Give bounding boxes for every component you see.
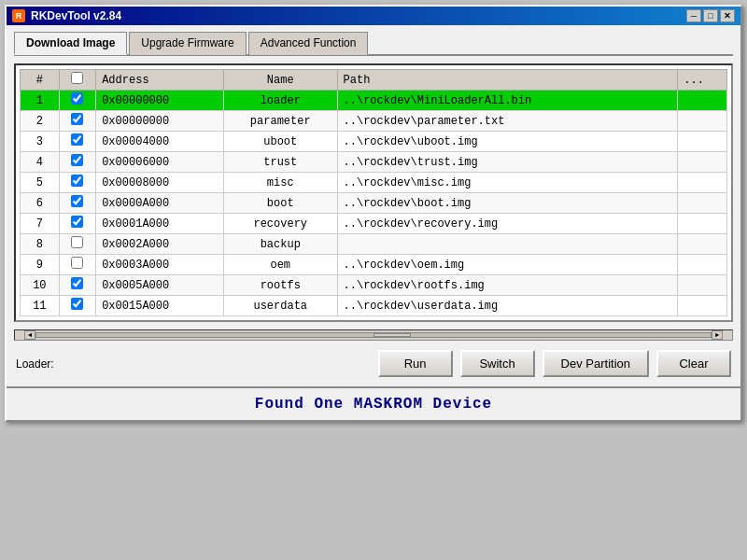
row-browse-button[interactable] [678,255,727,275]
minimize-button[interactable]: ─ [686,9,701,22]
col-header-num: # [21,70,60,91]
tab-download-image[interactable]: Download Image [14,32,127,55]
row-browse-button[interactable] [678,296,727,316]
row-name: boot [223,193,337,214]
row-browse-button[interactable] [678,132,727,152]
scrollbar-thumb[interactable] [374,333,411,337]
row-browse-button[interactable] [678,275,727,296]
window-controls: ─ □ ✕ [686,9,735,22]
row-path: ..\rockdev\trust.img [337,152,678,173]
row-browse-button[interactable] [678,234,727,255]
scroll-left-button[interactable]: ◄ [24,330,35,340]
row-browse-button[interactable] [678,91,727,111]
row-path: ..\rockdev\recovery.img [337,214,678,234]
run-button[interactable]: Run [378,350,453,377]
row-checkbox-cell [59,91,96,111]
row-checkbox[interactable] [71,257,83,269]
row-checkbox[interactable] [71,277,83,289]
table-row: 30x00004000uboot..\rockdev\uboot.img [21,132,727,152]
row-name: misc [223,173,337,193]
window-body: Download Image Upgrade Firmware Advanced… [7,25,740,386]
row-num: 8 [21,234,60,255]
app-icon: R [12,9,25,22]
row-checkbox[interactable] [71,133,83,146]
row-name: userdata [223,296,337,316]
row-num: 6 [21,193,60,214]
row-checkbox[interactable] [71,216,83,228]
row-num: 1 [21,91,60,111]
col-header-check [59,70,96,91]
table-row: 100x0005A000rootfs..\rockdev\rootfs.img [21,275,727,296]
row-address: 0x00000000 [96,91,224,111]
row-address: 0x0002A000 [96,234,224,255]
table-header-row: # Address Name Path ... [21,70,727,91]
row-checkbox-cell [59,132,96,152]
clear-button[interactable]: Clear [656,350,731,377]
row-num: 10 [21,275,60,296]
row-checkbox-cell [59,275,96,296]
row-path: ..\rockdev\parameter.txt [337,111,678,132]
row-checkbox[interactable] [71,175,83,187]
row-name: backup [223,234,337,255]
row-checkbox[interactable] [71,154,83,166]
table-row: 80x0002A000backup [21,234,727,255]
window-title: RKDevTool v2.84 [31,9,121,22]
row-browse-button[interactable] [678,214,727,234]
row-path: ..\rockdev\boot.img [337,193,678,214]
title-bar: R RKDevTool v2.84 ─ □ ✕ [7,7,740,25]
row-name: uboot [223,132,337,152]
table-container: # Address Name Path ... 10x00000000loade… [14,63,733,322]
row-num: 11 [21,296,60,316]
row-path: ..\rockdev\oem.img [337,255,678,275]
select-all-checkbox[interactable] [71,72,83,84]
row-checkbox[interactable] [71,92,83,105]
status-text: Found One MASKROM Device [255,396,492,413]
row-name: loader [223,91,337,111]
row-name: oem [223,255,337,275]
row-address: 0x0005A000 [96,275,224,296]
dev-partition-button[interactable]: Dev Partition [543,350,649,377]
tab-upgrade-firmware[interactable]: Upgrade Firmware [129,32,246,55]
row-num: 4 [21,152,60,173]
row-browse-button[interactable] [678,193,727,214]
row-checkbox-cell [59,193,96,214]
firmware-table: # Address Name Path ... 10x00000000loade… [20,69,727,316]
row-checkbox-cell [59,296,96,316]
table-row: 60x0000A000boot..\rockdev\boot.img [21,193,727,214]
col-header-path: Path [337,70,678,91]
row-address: 0x00006000 [96,152,224,173]
table-row: 40x00006000trust..\rockdev\trust.img [21,152,727,173]
col-header-address: Address [96,70,224,91]
scrollbar-track [35,332,712,338]
row-checkbox-cell [59,173,96,193]
row-address: 0x0001A000 [96,214,224,234]
horizontal-scrollbar[interactable]: ◄ ► [14,329,733,341]
row-num: 5 [21,173,60,193]
row-checkbox[interactable] [71,195,83,207]
row-browse-button[interactable] [678,111,727,132]
row-path: ..\rockdev\userdata.img [337,296,678,316]
row-checkbox-cell [59,111,96,132]
row-checkbox[interactable] [71,298,83,310]
row-address: 0x0003A000 [96,255,224,275]
table-row: 10x00000000loader..\rockdev\MiniLoaderAl… [21,91,727,111]
row-checkbox-cell [59,152,96,173]
row-name: parameter [223,111,337,132]
row-num: 9 [21,255,60,275]
row-checkbox[interactable] [71,236,83,248]
row-browse-button[interactable] [678,152,727,173]
tab-advanced-function[interactable]: Advanced Function [248,32,369,55]
switch-button[interactable]: Switch [460,350,535,377]
row-path [337,234,678,255]
row-name: rootfs [223,275,337,296]
table-row: 70x0001A000recovery..\rockdev\recovery.i… [21,214,727,234]
status-bar: Found One MASKROM Device [7,386,740,420]
col-header-dots: ... [678,70,727,91]
row-checkbox[interactable] [71,113,83,125]
close-button[interactable]: ✕ [720,9,735,22]
maximize-button[interactable]: □ [703,9,718,22]
row-browse-button[interactable] [678,173,727,193]
row-checkbox-cell [59,234,96,255]
row-name: trust [223,152,337,173]
scroll-right-button[interactable]: ► [712,330,723,340]
